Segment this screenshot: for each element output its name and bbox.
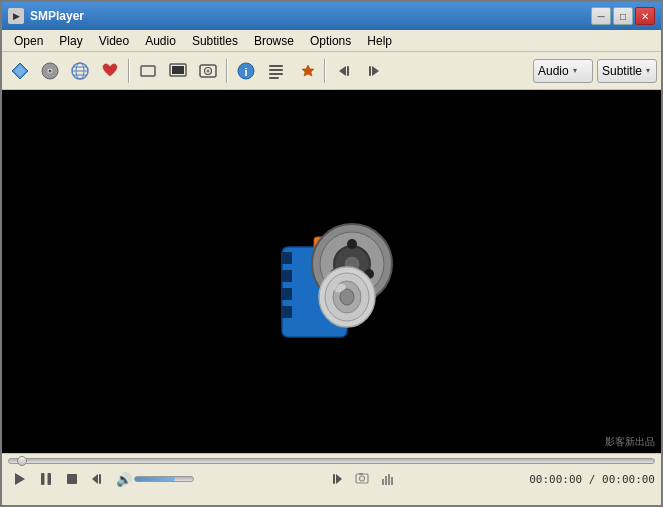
stop-button[interactable] <box>60 468 84 490</box>
volume-bar[interactable] <box>134 476 194 482</box>
menu-bar: Open Play Video Audio Subtitles Browse O… <box>2 30 661 52</box>
svg-marker-23 <box>339 66 346 76</box>
playlist-btn[interactable] <box>262 57 290 85</box>
svg-rect-29 <box>282 270 292 282</box>
seek-bar[interactable] <box>8 458 655 464</box>
svg-point-15 <box>207 69 210 72</box>
svg-point-41 <box>347 239 357 249</box>
svg-rect-31 <box>282 306 292 318</box>
app-icon: ▶ <box>8 8 24 24</box>
menu-help[interactable]: Help <box>359 32 400 50</box>
svg-point-58 <box>359 476 364 481</box>
svg-rect-52 <box>67 474 77 484</box>
svg-text:i: i <box>244 65 247 77</box>
pause-button[interactable] <box>34 468 58 490</box>
seek-bar-row <box>8 458 655 464</box>
open-url-btn[interactable] <box>66 57 94 85</box>
svg-rect-54 <box>99 474 101 484</box>
open-file-btn[interactable] <box>6 57 34 85</box>
info-btn[interactable]: i <box>232 57 260 85</box>
menu-subtitles[interactable]: Subtitles <box>184 32 246 50</box>
audio-dropdown-arrow: ▾ <box>573 66 577 75</box>
svg-rect-56 <box>333 474 335 484</box>
next-chapter-btn[interactable] <box>360 57 388 85</box>
screenshot-btn[interactable] <box>194 57 222 85</box>
time-display: 00:00:00 / 00:00:00 <box>529 473 655 486</box>
svg-point-4 <box>49 69 52 72</box>
svg-rect-30 <box>282 288 292 300</box>
subtitle-dropdown-label: Subtitle <box>602 64 642 78</box>
time-current: 00:00:00 <box>529 473 582 486</box>
svg-rect-19 <box>269 65 283 67</box>
window-controls: ─ □ ✕ <box>591 7 655 25</box>
svg-rect-63 <box>391 477 393 485</box>
sep-3 <box>324 59 326 83</box>
svg-rect-20 <box>269 69 283 71</box>
svg-rect-22 <box>269 77 279 79</box>
controls-bar: 🔊 <box>2 453 661 505</box>
svg-rect-51 <box>48 473 52 485</box>
svg-marker-25 <box>372 66 379 76</box>
rewind-button[interactable] <box>86 468 110 490</box>
favorites-btn[interactable] <box>96 57 124 85</box>
svg-marker-49 <box>15 473 25 485</box>
svg-rect-61 <box>385 476 387 485</box>
window-title: SMPlayer <box>30 9 591 23</box>
menu-open[interactable]: Open <box>6 32 51 50</box>
subtitle-dropdown-arrow: ▾ <box>646 66 650 75</box>
fullscreen-btn[interactable] <box>164 57 192 85</box>
snapshot-button[interactable] <box>350 468 374 490</box>
svg-rect-60 <box>382 479 384 485</box>
close-button[interactable]: ✕ <box>635 7 655 25</box>
maximize-button[interactable]: □ <box>613 7 633 25</box>
svg-rect-62 <box>388 474 390 485</box>
svg-rect-28 <box>282 252 292 264</box>
svg-rect-16 <box>205 64 211 66</box>
svg-rect-57 <box>356 474 368 483</box>
main-window: ▶ SMPlayer ─ □ ✕ Open Play Video Audio S… <box>0 0 663 507</box>
title-bar: ▶ SMPlayer ─ □ ✕ <box>2 2 661 30</box>
play-button[interactable] <box>8 468 32 490</box>
menu-audio[interactable]: Audio <box>137 32 184 50</box>
watermark: 影客新出品 <box>605 435 655 449</box>
toolbar-right: Audio ▾ Subtitle ▾ <box>533 59 657 83</box>
forward-button[interactable] <box>324 468 348 490</box>
menu-options[interactable]: Options <box>302 32 359 50</box>
svg-rect-21 <box>269 73 283 75</box>
menu-play[interactable]: Play <box>51 32 90 50</box>
time-separator: / <box>582 473 602 486</box>
preferences-btn[interactable] <box>292 57 320 85</box>
volume-fill <box>135 477 175 481</box>
svg-rect-24 <box>347 66 349 76</box>
prev-chapter-btn[interactable] <box>330 57 358 85</box>
minimize-button[interactable]: ─ <box>591 7 611 25</box>
svg-rect-26 <box>369 66 371 76</box>
toolbar: i <box>2 52 661 90</box>
audio-dropdown-label: Audio <box>538 64 569 78</box>
sep-2 <box>226 59 228 83</box>
video-area[interactable]: 影客新出品 <box>2 90 661 453</box>
svg-rect-10 <box>141 66 155 76</box>
svg-rect-59 <box>359 473 363 475</box>
time-total: 00:00:00 <box>602 473 655 486</box>
subtitle-dropdown[interactable]: Subtitle ▾ <box>597 59 657 83</box>
svg-marker-53 <box>92 474 98 484</box>
seek-thumb[interactable] <box>17 456 27 466</box>
sep-1 <box>128 59 130 83</box>
volume-area: 🔊 <box>116 472 194 487</box>
menu-browse[interactable]: Browse <box>246 32 302 50</box>
smplayer-logo <box>252 192 412 352</box>
playback-row: 🔊 <box>8 468 655 490</box>
svg-rect-50 <box>41 473 45 485</box>
normal-size-btn[interactable] <box>134 57 162 85</box>
audio-dropdown[interactable]: Audio ▾ <box>533 59 593 83</box>
svg-rect-12 <box>172 66 184 74</box>
svg-marker-55 <box>336 474 342 484</box>
eq-button[interactable] <box>376 468 400 490</box>
menu-video[interactable]: Video <box>91 32 137 50</box>
open-disc-btn[interactable] <box>36 57 64 85</box>
volume-icon: 🔊 <box>116 472 132 487</box>
